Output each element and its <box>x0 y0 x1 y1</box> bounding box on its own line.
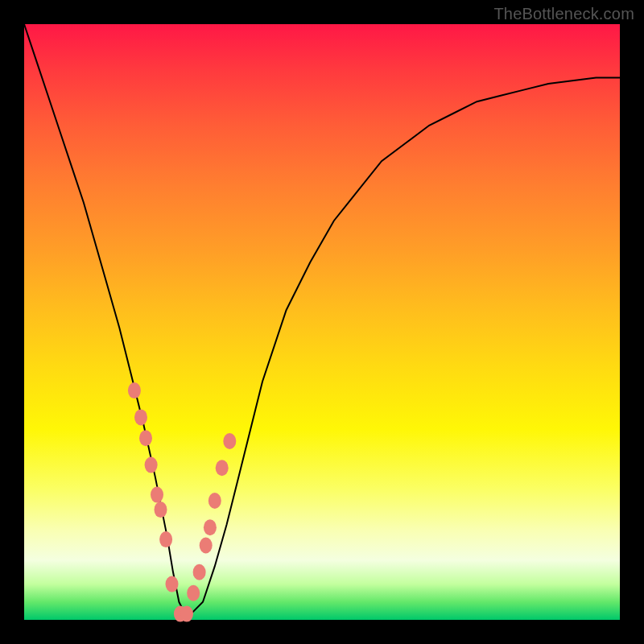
plot-area <box>24 24 620 620</box>
chart-canvas: TheBottleneck.com <box>0 0 644 644</box>
curve-marker <box>145 457 158 473</box>
curve-marker <box>128 382 141 398</box>
curve-marker <box>166 576 179 592</box>
curve-marker <box>216 460 229 476</box>
attribution-text: TheBottleneck.com <box>493 5 634 23</box>
curve-marker <box>187 585 200 601</box>
curve-marker <box>155 502 167 518</box>
chart-svg <box>24 24 620 620</box>
marker-group <box>128 382 236 621</box>
curve-marker <box>193 564 206 580</box>
curve-marker <box>180 606 193 622</box>
curve-marker <box>204 519 217 535</box>
curve-marker <box>151 487 163 503</box>
curve-marker <box>134 409 147 425</box>
curve-marker <box>208 493 221 509</box>
curve-marker <box>200 538 213 554</box>
bottleneck-curve <box>24 24 620 614</box>
curve-marker <box>223 433 236 449</box>
curve-marker <box>159 531 172 547</box>
curve-marker <box>139 430 152 446</box>
